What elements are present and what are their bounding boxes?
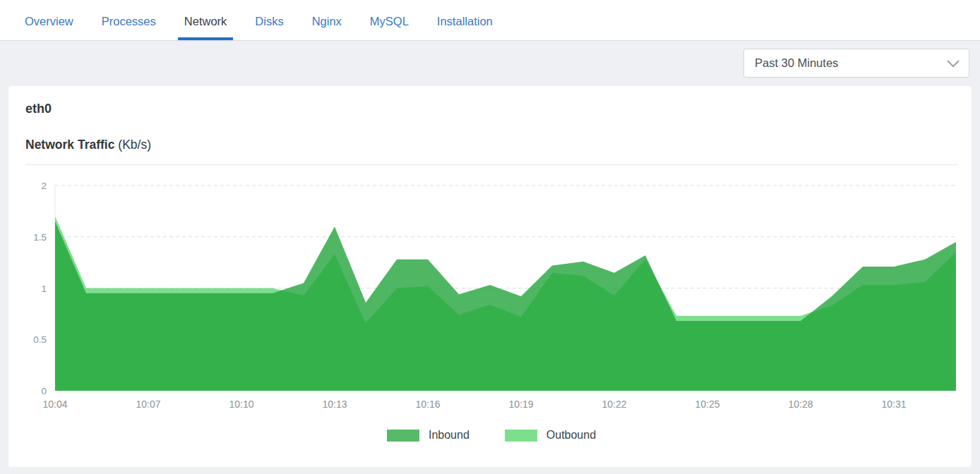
svg-text:1.5: 1.5 (33, 232, 47, 243)
interface-title: eth0 (25, 86, 957, 116)
tab-nginx[interactable]: Nginx (306, 0, 348, 40)
x-axis-labels: 10:0410:0710:1010:1310:1610:1910:2210:25… (42, 399, 906, 410)
legend-label-outbound: Outbound (546, 429, 596, 442)
chart-title-units: (Kb/s) (118, 138, 151, 152)
tab-network[interactable]: Network (178, 0, 234, 40)
tab-mysql[interactable]: MySQL (364, 0, 415, 40)
svg-text:10:13: 10:13 (322, 399, 347, 410)
tab-disks[interactable]: Disks (249, 0, 289, 40)
toolbar-band: Past 30 Minutes (0, 42, 980, 86)
area-inbound (55, 221, 956, 391)
network-interface-card: eth0 Network Traffic (Kb/s) 00.511.5210:… (8, 86, 972, 467)
legend-swatch-outbound (505, 430, 537, 442)
tab-overview[interactable]: Overview (18, 0, 80, 40)
network-monitoring-page: { "tabs": { "items": [ { "label": "Overv… (0, 0, 980, 474)
svg-text:0.5: 0.5 (33, 334, 47, 345)
chart-legend: InboundOutbound (25, 429, 957, 442)
legend-swatch-inbound (387, 430, 419, 442)
svg-text:10:31: 10:31 (881, 399, 906, 410)
legend-label-inbound: Inbound (429, 429, 470, 442)
legend-item-outbound: Outbound (505, 429, 596, 442)
svg-text:2: 2 (41, 181, 47, 191)
time-range-select[interactable]: Past 30 Minutes (743, 49, 969, 78)
svg-text:1: 1 (41, 284, 47, 294)
svg-text:0: 0 (41, 386, 47, 396)
svg-text:10:16: 10:16 (415, 399, 440, 410)
svg-text:10:07: 10:07 (136, 399, 160, 410)
tab-bar: OverviewProcessesNetworkDisksNginxMySQLI… (0, 0, 980, 41)
y-axis-labels: 00.511.52 (33, 181, 47, 396)
chart-title-text: Network Traffic (25, 138, 114, 152)
svg-text:10:28: 10:28 (788, 399, 813, 410)
svg-text:10:19: 10:19 (508, 399, 533, 410)
chart-title: Network Traffic (Kb/s) (25, 138, 957, 152)
svg-text:10:22: 10:22 (602, 399, 626, 410)
svg-text:10:04: 10:04 (42, 399, 67, 410)
svg-text:10:10: 10:10 (229, 399, 253, 410)
chevron-down-icon (947, 59, 960, 68)
tab-installation[interactable]: Installation (431, 0, 499, 40)
network-traffic-chart: 00.511.5210:0410:0710:1010:1310:1610:191… (25, 165, 957, 413)
tab-processes[interactable]: Processes (95, 0, 162, 40)
time-range-value: Past 30 Minutes (755, 56, 838, 69)
svg-text:10:25: 10:25 (695, 399, 719, 410)
legend-item-inbound: Inbound (387, 429, 470, 442)
